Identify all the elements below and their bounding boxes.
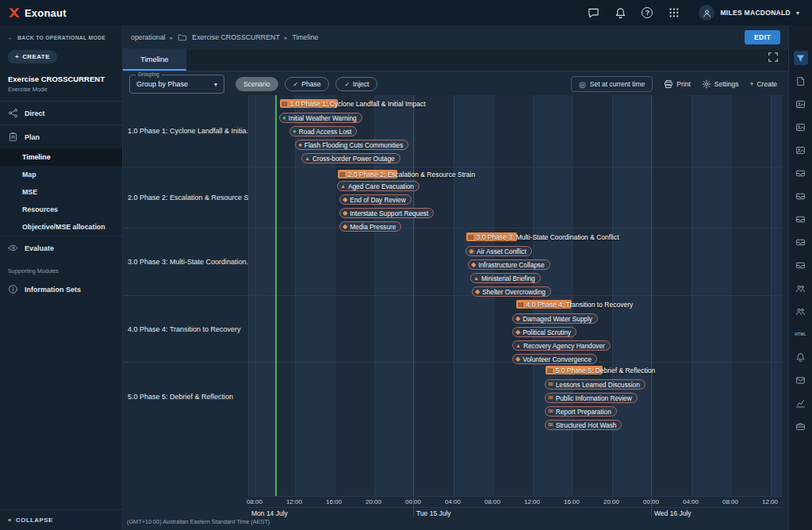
phase-bar[interactable]: ▤3.0 Phase 3: Multi-State Coordination &… [466,232,517,241]
inject-chip[interactable]: Recovery Agency Handover [512,340,611,351]
printer-icon [664,79,673,89]
tray-icon[interactable] [794,166,808,180]
tab-timeline[interactable]: Timeline [123,48,186,71]
phase-bar-icon: ▤ [518,301,524,308]
inject-chip[interactable]: Lessons Learned Discussion [545,379,645,390]
user-menu[interactable]: MILES MACDONALD ▾ [694,2,804,23]
filter-chip-phase[interactable]: ✓ Phase [285,77,330,91]
inject-chip[interactable]: Media Pressure [339,221,401,232]
image-card-icon[interactable] [794,143,808,157]
inject-chip[interactable]: Infrastructure Collapse [468,259,550,270]
sidebar-item-information-sets[interactable]: Information Sets [0,278,122,301]
sidebar-item-timeline[interactable]: Timeline [0,148,122,166]
phase-bar[interactable]: ▤5.0 Phase 5: Debrief & Reflection [546,366,603,374]
back-to-operational-button[interactable]: ← BACK TO OPERATIONAL MODE [0,25,122,47]
plus-icon: + [750,80,754,88]
inject-chip[interactable]: Cross-border Power Outage [301,153,400,163]
chip-label: Inject [353,80,369,88]
mail-icon[interactable] [794,373,808,387]
exercise-name: Exercise CROSSCURRENT [8,75,114,83]
set-at-current-time-button[interactable]: ◎ Set at current time [571,76,653,92]
apps-grid-icon[interactable] [667,6,681,20]
inject-chip[interactable]: Aged Care Evacuation [337,181,419,191]
inject-chip[interactable]: Report Preparation [545,406,617,417]
phase-row-label: 5.0 Phase 5: Debrief & Reflection [123,363,248,496]
info-icon [8,284,18,294]
create-timeline-item-button[interactable]: + Create [750,80,777,88]
tray-icon[interactable] [794,235,808,249]
inject-chip[interactable]: Structured Hot Wash [545,420,622,430]
day-boundary-line [413,95,414,496]
inject-chip[interactable]: Road Access Lost [289,126,357,136]
image-card-icon[interactable] [794,120,808,134]
inject-chip[interactable]: Interstate Support Request [339,208,434,218]
tray-icon[interactable] [794,258,808,272]
tick-label: 08:00 [247,498,262,505]
phase-row: 3.0 Phase 3: Multi-State Coordination...… [123,229,782,296]
html-icon[interactable]: HTML [794,327,808,341]
clipboard-icon [8,132,18,142]
phase-bar[interactable]: ▤1.0 Phase 1: Cyclone Landfall & Initial… [280,99,338,108]
sidebar-item-map[interactable]: Map [0,166,122,183]
fullscreen-icon[interactable] [768,52,779,66]
users-icon[interactable] [794,281,808,295]
grouping-select[interactable]: Grouping Group by Phase ▾ [129,75,224,94]
users-icon[interactable] [794,304,808,318]
inject-chip[interactable]: Flash Flooding Cuts Communities [295,140,408,150]
phase-row-label: 1.0 Phase 1: Cyclone Landfall & Initia..… [123,95,248,167]
inject-label: Recovery Agency Handover [523,342,605,350]
phase-bar[interactable]: ▤4.0 Phase 4: Transition to Recovery [516,300,572,309]
inject-chip[interactable]: Political Scrutiny [512,327,576,337]
notifications-bell-icon[interactable] [613,6,627,20]
sidebar-item-mse[interactable]: MSE [0,183,122,201]
phase-bar-label: 2.0 Phase 2: Escalation & Resource Strai… [348,171,476,179]
chat-icon[interactable] [586,6,600,20]
sidebar-item-plan[interactable]: Plan [0,125,122,148]
inject-chip[interactable]: Volunteer Convergence [512,354,597,364]
edit-button[interactable]: EDIT [745,30,780,44]
inject-chip[interactable]: Public Information Review [545,393,638,403]
grouping-label: Grouping [136,71,162,77]
filter-icon[interactable] [794,51,808,65]
toolbar-right-actions: ◎ Set at current time Print Settings [571,76,777,92]
create-button[interactable]: + CREATE [8,50,57,63]
check-icon: ✓ [293,81,299,88]
exonaut-logo-icon [8,6,21,19]
brand[interactable]: Exonaut [8,6,67,19]
breadcrumb-operational[interactable]: operational [131,33,166,41]
filter-chip-inject[interactable]: ✓ Inject [335,77,377,91]
print-button[interactable]: Print [664,79,690,89]
breadcrumb: operational ▸ Exercise CROSSCURRENT ▸ Ti… [123,25,788,49]
sidebar-item-direct[interactable]: Direct [0,102,122,125]
topbar-actions: ? MILES MACDONALD ▾ [586,2,804,23]
sidebar-item-label: Information Sets [25,286,81,294]
gear-icon [702,79,711,89]
inject-chip[interactable]: Initial Weather Warning [279,113,362,123]
phase-bar-icon: ▤ [547,367,553,374]
image-card-icon[interactable] [794,97,808,111]
chart-icon[interactable] [794,396,808,410]
inject-chip[interactable]: Shelter Overcrowding [472,286,551,297]
sidebar-item-evaluate[interactable]: Evaluate [0,236,122,259]
tray-icon[interactable] [794,212,808,226]
settings-button[interactable]: Settings [702,79,739,89]
day-label: Tue 15 July [416,509,451,517]
settings-label: Settings [714,80,739,88]
briefcase-icon[interactable] [794,419,808,433]
breadcrumb-exercise[interactable]: Exercise CROSSCURRENT [192,33,279,41]
inject-chip[interactable]: Air Asset Conflict [465,246,532,256]
collapse-button[interactable]: « COLLAPSE [0,509,122,530]
inject-chip[interactable]: Ministerial Briefing [470,273,541,283]
inject-chip[interactable]: Damaged Water Supply [512,313,598,324]
filter-chip-scenario[interactable]: Scenario [236,77,278,91]
inject-chip[interactable]: End of Day Review [339,194,412,205]
document-icon[interactable] [794,74,808,88]
bell-icon[interactable] [794,350,808,364]
sidebar-item-resources[interactable]: Resources [0,201,122,218]
sidebar-item-label: Plan [25,133,40,141]
phase-bar[interactable]: ▤2.0 Phase 2: Escalation & Resource Stra… [338,170,397,179]
help-icon[interactable]: ? [640,6,654,20]
sidebar-item-objective-mse-allocation[interactable]: Objective/MSE allocation [0,218,122,236]
inject-label: Road Access Lost [299,128,351,136]
tray-icon[interactable] [794,189,808,203]
